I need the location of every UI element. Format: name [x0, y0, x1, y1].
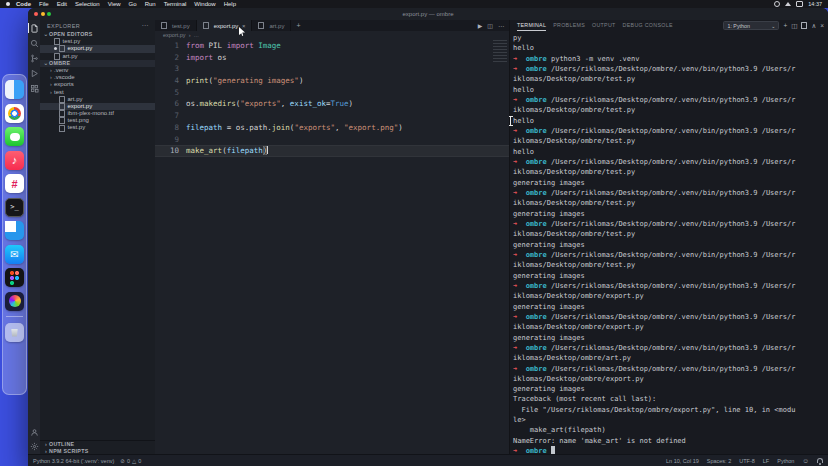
terminal-text: hello	[513, 44, 534, 52]
tree-item-.vscode[interactable]: ›.vscode	[40, 74, 155, 81]
run-debug-icon[interactable]	[29, 68, 39, 78]
editor-tab-test-py[interactable]: test.py	[155, 20, 197, 31]
python-interpreter-status[interactable]: Python 3.9.2 64-bit ('.venv': venv)	[33, 458, 114, 464]
menu-bar-clock[interactable]: 14:37	[808, 1, 822, 7]
status-segment-lf[interactable]: LF	[763, 458, 769, 464]
tree-item-exports[interactable]: ›exports	[40, 81, 155, 88]
menu-item-go[interactable]: Go	[129, 0, 137, 8]
source-control-icon[interactable]	[29, 53, 39, 63]
new-terminal-icon[interactable]: +	[783, 23, 787, 29]
tree-item-.venv[interactable]: ›.venv	[40, 67, 155, 74]
panel-tab-debug-console[interactable]: DEBUG CONSOLE	[623, 20, 673, 31]
dock-icon-figma[interactable]	[5, 268, 24, 287]
tree-item-test.png[interactable]: test.png	[40, 117, 155, 124]
dock-icon-mail[interactable]	[5, 245, 24, 264]
apple-menu-icon[interactable]	[6, 2, 10, 6]
window-title-bar[interactable]: export.py — ombre	[28, 8, 828, 20]
menu-item-terminal[interactable]: Terminal	[164, 0, 187, 8]
zoom-window-button[interactable]	[47, 12, 51, 16]
status-segment-spaces-2[interactable]: Spaces: 2	[707, 458, 731, 464]
tree-item-label: export.py	[68, 103, 93, 110]
dock-icon-finder[interactable]	[5, 80, 24, 99]
more-actions-icon[interactable]: ⋯	[498, 22, 504, 29]
close-tab-icon[interactable]: ×	[242, 23, 246, 29]
editor-tab-export-py[interactable]: export.py×	[197, 20, 253, 31]
problems-status[interactable]: ⊘ 0 △ 0	[120, 458, 141, 464]
tree-section-outline[interactable]: ›OUTLINE	[40, 441, 155, 448]
breadcrumb-file[interactable]: export.py	[163, 32, 186, 38]
tree-item-art.py[interactable]: art.py	[40, 53, 155, 60]
tree-section-ombre[interactable]: ⌄OMBRE	[40, 60, 155, 67]
menu-item-edit[interactable]: Edit	[57, 0, 67, 8]
terminal-text: iklomas/Desktop/ombre/export.py	[513, 375, 644, 383]
menu-item-file[interactable]: File	[39, 0, 49, 8]
status-segment-python[interactable]: Python	[777, 458, 794, 464]
tree-section-open-editors[interactable]: ⌄OPEN EDITORS	[40, 31, 155, 38]
dock-icon-photos[interactable]	[5, 292, 24, 311]
minimize-window-button[interactable]	[41, 12, 45, 16]
dock-icon-chrome[interactable]	[5, 104, 24, 123]
breadcrumb[interactable]: export.py › …	[155, 31, 509, 38]
dock-icon-messages[interactable]	[5, 127, 24, 146]
dock-icon-vscode[interactable]	[5, 221, 24, 240]
terminal-line: ➜ ombre /Users/riklomas/Desktop/ombre/.v…	[513, 343, 828, 353]
close-panel-icon[interactable]: ×	[820, 23, 824, 29]
terminal-output[interactable]: pyhello➜ ombre python3 -m venv .venv➜ om…	[510, 31, 828, 455]
kill-terminal-icon[interactable]	[801, 22, 807, 29]
tree-item-ibm-plex-mono.ttf[interactable]: ibm-plex-mono.ttf	[40, 110, 155, 117]
code-editor[interactable]: 1from PIL import Image2import os34print(…	[155, 38, 509, 455]
minimap[interactable]	[493, 40, 507, 62]
menu-item-help[interactable]: Help	[224, 0, 236, 8]
extensions-icon[interactable]	[29, 83, 39, 93]
menu-item-view[interactable]: View	[108, 0, 121, 8]
notifications-bell-icon[interactable]	[817, 458, 823, 463]
dock-icon-slack[interactable]	[5, 174, 24, 193]
line-number: 8	[155, 122, 186, 134]
prompt-arrow: ➜	[513, 55, 526, 63]
search-icon[interactable]	[29, 38, 39, 48]
editor-tab-art-py[interactable]: art.py	[252, 20, 291, 31]
tree-item-export.py[interactable]: export.py	[40, 103, 155, 110]
new-tab-button[interactable]: +	[291, 20, 305, 31]
close-window-button[interactable]	[34, 12, 38, 16]
menu-item-selection[interactable]: Selection	[75, 0, 100, 8]
menu-item-code[interactable]: Code	[16, 0, 31, 8]
panel-tab-problems[interactable]: PROBLEMS	[553, 20, 585, 31]
status-segment-utf-8[interactable]: UTF-8	[739, 458, 755, 464]
split-terminal-icon[interactable]: ◫	[791, 23, 797, 29]
bluetooth-icon[interactable]	[774, 1, 780, 7]
explorer-icon[interactable]	[29, 23, 39, 33]
status-bar-right: Ln 10, Col 19Spaces: 2UTF-8LFPython ☺	[666, 458, 823, 464]
prompt-dir: ombre	[526, 220, 551, 228]
feedback-smiley-icon[interactable]: ☺	[802, 458, 809, 464]
tree-item-label: .venv	[54, 67, 68, 74]
battery-icon[interactable]	[796, 1, 803, 7]
wifi-icon[interactable]	[785, 2, 791, 6]
code-text: os.makedirs("exports", exist_ok=True)	[186, 98, 353, 110]
terminal-line: generating images	[513, 333, 828, 343]
dock-icon-trash[interactable]	[5, 323, 24, 342]
terminal-line: ➜ ombre /Users/riklomas/Desktop/ombre/.v…	[513, 250, 828, 260]
shell-selector-dropdown[interactable]: 1: Python ⌄	[723, 21, 779, 30]
tree-item-test[interactable]: ›test	[40, 89, 155, 96]
tree-item-art.py[interactable]: art.py	[40, 96, 155, 103]
status-segment-ln-10-col-19[interactable]: Ln 10, Col 19	[666, 458, 699, 464]
status-bar: Python 3.9.2 64-bit ('.venv': venv) ⊘ 0 …	[28, 454, 828, 466]
terminal-text: iklomas/Desktop/ombre/test.py	[513, 230, 635, 238]
menu-item-run[interactable]: Run	[145, 0, 156, 8]
tree-item-test.py[interactable]: test.py	[40, 38, 155, 45]
dock-icon-music[interactable]	[5, 151, 24, 170]
panel-tab-terminal[interactable]: TERMINAL	[517, 20, 546, 31]
terminal-text: iklomas/Desktop/ombre/test.py	[513, 168, 635, 176]
run-file-icon[interactable]: ▶	[478, 22, 483, 29]
settings-gear-icon[interactable]	[29, 441, 39, 451]
tree-item-export.py[interactable]: export.py	[40, 45, 155, 52]
maximize-panel-icon[interactable]: ∧	[811, 23, 816, 29]
split-editor-icon[interactable]: ◫	[487, 22, 493, 29]
sidebar-actions-icon[interactable]: ⋯	[142, 24, 149, 28]
tree-item-test.py[interactable]: test.py	[40, 124, 155, 131]
panel-tab-output[interactable]: OUTPUT	[592, 20, 616, 31]
accounts-icon[interactable]	[29, 427, 39, 437]
menu-item-window[interactable]: Window	[194, 0, 215, 8]
dock-icon-terminal[interactable]	[5, 198, 24, 217]
